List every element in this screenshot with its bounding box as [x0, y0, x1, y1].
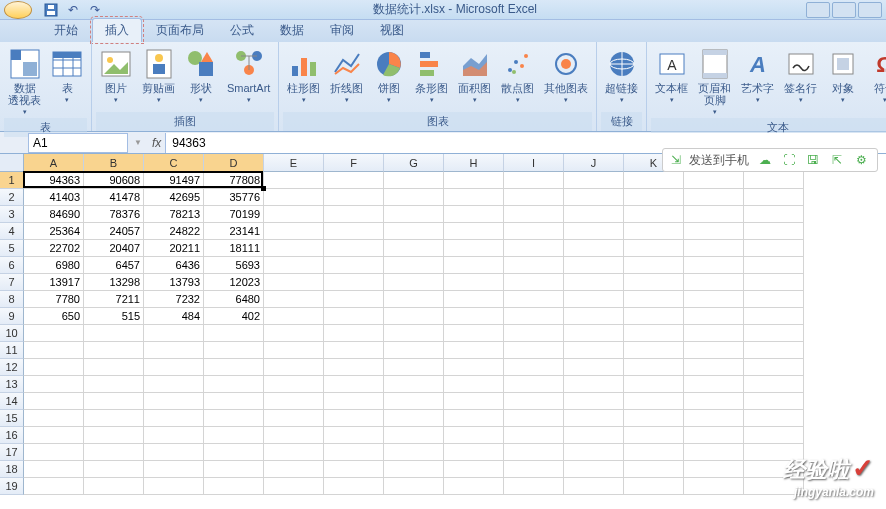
cell[interactable]	[204, 444, 264, 461]
cell[interactable]: 22702	[24, 240, 84, 257]
cell[interactable]	[444, 342, 504, 359]
cell[interactable]	[384, 393, 444, 410]
picture-button[interactable]: 图片▾	[96, 46, 136, 106]
cell[interactable]	[24, 393, 84, 410]
cell[interactable]	[684, 325, 744, 342]
cell[interactable]: 7780	[24, 291, 84, 308]
cell[interactable]: 7232	[144, 291, 204, 308]
row-header-14[interactable]: 14	[0, 393, 24, 410]
cell[interactable]	[384, 359, 444, 376]
cell[interactable]	[324, 444, 384, 461]
cell[interactable]	[624, 444, 684, 461]
cell[interactable]	[324, 461, 384, 478]
tab-review[interactable]: 审阅	[318, 19, 366, 42]
cell[interactable]: 25364	[24, 223, 84, 240]
cell[interactable]	[684, 427, 744, 444]
cell[interactable]	[624, 308, 684, 325]
cell[interactable]	[264, 257, 324, 274]
cell[interactable]	[24, 444, 84, 461]
cell[interactable]	[384, 223, 444, 240]
cell[interactable]: 20211	[144, 240, 204, 257]
cell[interactable]	[204, 427, 264, 444]
cell[interactable]	[504, 308, 564, 325]
table-button[interactable]: 表▾	[47, 46, 87, 106]
cell[interactable]	[744, 308, 804, 325]
dropdown-icon[interactable]: ▼	[134, 138, 142, 147]
cell[interactable]	[684, 478, 744, 495]
cell[interactable]	[264, 393, 324, 410]
cell[interactable]	[504, 444, 564, 461]
cell[interactable]	[744, 274, 804, 291]
cell[interactable]	[264, 461, 324, 478]
cell[interactable]	[324, 172, 384, 189]
cell[interactable]	[384, 172, 444, 189]
row-header-6[interactable]: 6	[0, 257, 24, 274]
cell[interactable]	[264, 376, 324, 393]
cell[interactable]	[264, 240, 324, 257]
cell[interactable]	[24, 410, 84, 427]
cell[interactable]	[684, 359, 744, 376]
cell[interactable]	[684, 308, 744, 325]
cell[interactable]	[144, 410, 204, 427]
row-header-15[interactable]: 15	[0, 410, 24, 427]
cell[interactable]	[684, 274, 744, 291]
cell[interactable]	[384, 206, 444, 223]
cell[interactable]	[504, 325, 564, 342]
cell[interactable]	[384, 308, 444, 325]
cell[interactable]	[684, 410, 744, 427]
redo-icon[interactable]: ↷	[86, 2, 104, 18]
cell[interactable]	[384, 427, 444, 444]
undo-icon[interactable]: ↶	[64, 2, 82, 18]
cell[interactable]	[564, 393, 624, 410]
cell[interactable]	[324, 291, 384, 308]
cell[interactable]	[744, 240, 804, 257]
cell[interactable]	[564, 308, 624, 325]
column-header-C[interactable]: C	[144, 154, 204, 172]
cell[interactable]	[624, 410, 684, 427]
cell[interactable]	[564, 359, 624, 376]
shapes-button[interactable]: 形状▾	[181, 46, 221, 106]
symbol-button[interactable]: Ω符号▾	[865, 46, 886, 106]
cell[interactable]: 402	[204, 308, 264, 325]
cell[interactable]	[684, 257, 744, 274]
cell[interactable]	[504, 410, 564, 427]
cell[interactable]	[204, 478, 264, 495]
cell[interactable]	[324, 342, 384, 359]
cell[interactable]	[504, 189, 564, 206]
cell[interactable]	[264, 308, 324, 325]
row-header-10[interactable]: 10	[0, 325, 24, 342]
cell[interactable]	[84, 376, 144, 393]
cell[interactable]	[84, 393, 144, 410]
cell[interactable]: 24057	[84, 223, 144, 240]
minimize-button[interactable]	[806, 2, 830, 18]
cell[interactable]	[684, 189, 744, 206]
cell[interactable]	[384, 444, 444, 461]
header-footer-button[interactable]: 页眉和页脚▾	[694, 46, 735, 118]
cell[interactable]	[744, 359, 804, 376]
maximize-button[interactable]	[832, 2, 856, 18]
cell[interactable]	[324, 410, 384, 427]
cell[interactable]	[444, 444, 504, 461]
cell[interactable]	[444, 240, 504, 257]
cell[interactable]	[444, 427, 504, 444]
cell[interactable]	[24, 325, 84, 342]
cell[interactable]	[204, 393, 264, 410]
signature-button[interactable]: 签名行▾	[780, 46, 821, 106]
column-chart-button[interactable]: 柱形图▾	[283, 46, 324, 106]
cell[interactable]	[624, 291, 684, 308]
bar-chart-button[interactable]: 条形图▾	[411, 46, 452, 106]
cell[interactable]	[624, 172, 684, 189]
cell[interactable]	[684, 223, 744, 240]
cell[interactable]	[24, 376, 84, 393]
cell[interactable]: 12023	[204, 274, 264, 291]
scatter-chart-button[interactable]: 散点图▾	[497, 46, 538, 106]
cell[interactable]: 78213	[144, 206, 204, 223]
cell[interactable]: 41478	[84, 189, 144, 206]
cell[interactable]	[84, 444, 144, 461]
tab-insert[interactable]: 插入	[92, 18, 142, 42]
clipart-button[interactable]: 剪贴画▾	[138, 46, 179, 106]
cell[interactable]	[684, 342, 744, 359]
cell[interactable]	[324, 240, 384, 257]
area-chart-button[interactable]: 面积图▾	[454, 46, 495, 106]
tab-data[interactable]: 数据	[268, 19, 316, 42]
